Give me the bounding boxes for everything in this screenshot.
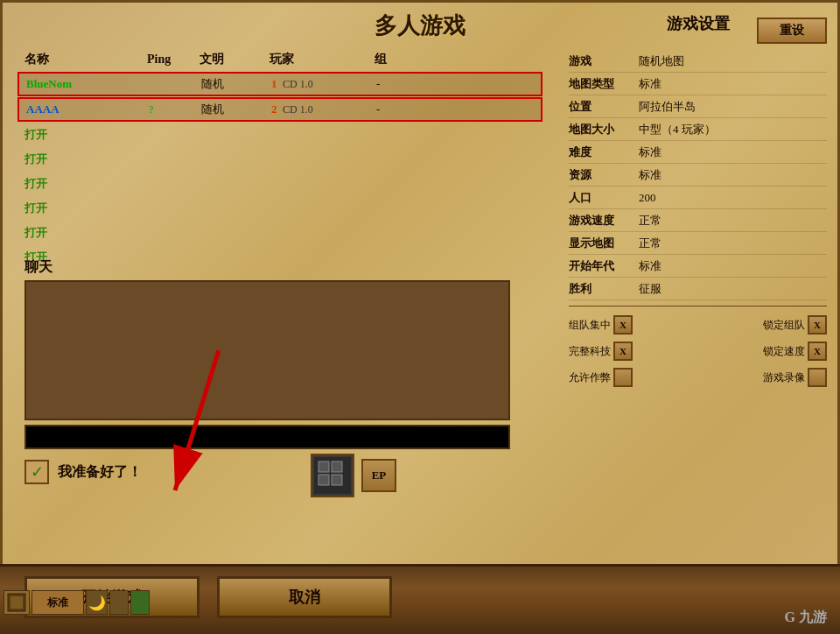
checkbox-lockteam-box[interactable]: X (808, 315, 827, 335)
player-2-ping: ? (149, 103, 201, 116)
open-slot-3-label: 打开 (24, 176, 147, 192)
settings-value-game: 随机地图 (639, 53, 684, 69)
open-slot-5[interactable]: 打开 (18, 221, 542, 245)
ready-checkbox[interactable]: ✓ (24, 460, 49, 484)
checkbox-allowcheat-box[interactable] (613, 368, 633, 387)
checkbox-recordgame-box[interactable] (808, 368, 827, 387)
checkbox-full-tech: 完整科技 X (569, 342, 633, 361)
settings-value-difficulty: 标准 (639, 144, 662, 160)
settings-label-victory: 胜利 (569, 281, 639, 297)
checkbox-row-2: 完整科技 X 锁定速度 X (569, 338, 827, 364)
settings-value-resources: 标准 (639, 167, 662, 183)
header-player: 玩家 (270, 52, 374, 67)
page-title: 多人游戏 (374, 11, 466, 41)
checkbox-lockspeed-label: 锁定速度 (763, 344, 805, 359)
bar-icon-4 (130, 590, 150, 615)
settings-divider (569, 306, 827, 306)
checkbox-lock-speed: 锁定速度 X (763, 342, 827, 361)
player-1-team: - (376, 77, 411, 91)
settings-value-showmap: 正常 (639, 236, 662, 251)
settings-value-startage: 标准 (639, 258, 662, 274)
settings-row-difficulty: 难度 标准 (569, 141, 827, 164)
player-list-header: 名称 Ping 文明 玩家 组 (18, 48, 542, 71)
player-2-cd: CD 1.0 (283, 103, 313, 116)
chat-area[interactable] (24, 280, 510, 420)
settings-row-population: 人口 200 (569, 187, 827, 209)
open-slot-4[interactable]: 打开 (18, 196, 542, 221)
checkbox-allow-cheat: 允许作弊 (569, 368, 633, 387)
settings-row-showmap: 显示地图 正常 (569, 232, 827, 255)
checkbox-lockteam-label: 锁定组队 (763, 318, 805, 333)
checkbox-team-center: 组队集中 X (569, 315, 633, 335)
checkbox-allowcheat-label: 允许作弊 (569, 370, 611, 385)
bar-icon-3 (109, 590, 129, 615)
svg-rect-4 (332, 475, 342, 485)
settings-row-gamespeed: 游戏速度 正常 (569, 209, 827, 232)
settings-value-gamespeed: 正常 (639, 213, 662, 229)
reset-button[interactable]: 重设 (757, 18, 827, 44)
settings-value-population: 200 (639, 191, 656, 205)
player-row-1[interactable]: BlueNom 随机 1 CD 1.0 - (18, 72, 542, 96)
settings-value-maptype: 标准 (639, 76, 662, 92)
open-slot-2[interactable]: 打开 (18, 147, 542, 172)
player-1-name: BlueNom (26, 77, 149, 91)
settings-row-startage: 开始年代 标准 (569, 255, 827, 278)
bar-moon-icon: 🌙 (86, 590, 108, 615)
checkbox-row-3: 允许作弊 游戏录像 (569, 364, 827, 391)
chat-input-bar[interactable] (24, 425, 510, 449)
map-preview-icon[interactable] (311, 454, 354, 497)
chat-label: 聊天 (24, 258, 52, 277)
open-slot-1-label: 打开 (24, 127, 147, 143)
ready-area: ✓ 我准备好了！ (24, 460, 142, 484)
settings-label-gamespeed: 游戏速度 (569, 213, 639, 229)
settings-row-game: 游戏 随机地图 (569, 50, 827, 73)
cancel-button[interactable]: 取消 (217, 576, 392, 618)
checkbox-fulltech-box[interactable]: X (613, 342, 633, 361)
open-slot-1[interactable]: 打开 (18, 123, 542, 147)
settings-value-mapsize: 中型（4 玩家） (639, 122, 716, 137)
checkbox-teamcenter-label: 组队集中 (569, 318, 611, 333)
checkbox-teamcenter-box[interactable]: X (613, 315, 633, 335)
settings-label-mapsize: 地图大小 (569, 122, 639, 137)
open-slot-2-label: 打开 (24, 151, 147, 167)
svg-rect-3 (318, 475, 329, 485)
open-slot-3[interactable]: 打开 (18, 172, 542, 196)
bottom-bar-icons: 标准 🌙 (0, 590, 150, 615)
settings-row-victory: 胜利 征服 (569, 278, 827, 300)
open-slot-5-label: 打开 (24, 225, 147, 241)
settings-row-maptype: 地图类型 标准 (569, 73, 827, 95)
player-2-num: 2 (271, 102, 277, 116)
settings-label-population: 人口 (569, 190, 639, 206)
settings-row-location: 位置 阿拉伯半岛 (569, 95, 827, 118)
player-1-civ: 随机 (201, 76, 271, 92)
checkbox-lock-team: 锁定组队 X (763, 315, 827, 335)
open-slot-6[interactable]: 打开 (18, 245, 542, 270)
header-ping: Ping (147, 53, 200, 67)
settings-label-maptype: 地图类型 (569, 76, 639, 92)
header-civ: 文明 (200, 52, 270, 67)
checkbox-recordgame-label: 游戏录像 (763, 370, 805, 385)
player-1-num-cd: 1 CD 1.0 (271, 77, 376, 91)
settings-label-startage: 开始年代 (569, 258, 639, 274)
settings-label-difficulty: 难度 (569, 144, 639, 160)
player-2-name: AAAA (26, 102, 149, 116)
checkbox-record-game: 游戏录像 (763, 368, 827, 387)
settings-value-location: 阿拉伯半岛 (639, 99, 696, 115)
settings-value-victory: 征服 (639, 281, 662, 297)
open-slot-4-label: 打开 (24, 201, 147, 216)
bar-icon-map (4, 590, 30, 615)
settings-label-showmap: 显示地图 (569, 236, 639, 251)
settings-label-game: 游戏 (569, 53, 639, 69)
header-name: 名称 (24, 52, 147, 67)
player-row-2[interactable]: AAAA ? 随机 2 CD 1.0 - (18, 97, 542, 122)
player-2-team: - (376, 102, 411, 116)
bar-mode[interactable]: 标准 (32, 590, 84, 615)
player-1-num: 1 (271, 77, 277, 90)
settings-title: 游戏设置 (667, 13, 730, 34)
settings-row-mapsize: 地图大小 中型（4 玩家） (569, 118, 827, 141)
nine-logo: G 九游 (785, 609, 827, 627)
header-team: 组 (374, 52, 410, 67)
right-panel: 游戏设置 重设 游戏 随机地图 地图类型 标准 位置 阿拉伯半岛 地图大小 中型… (569, 13, 827, 391)
checkbox-lockspeed-box[interactable]: X (808, 342, 827, 361)
ep-button[interactable]: EP (361, 459, 396, 492)
